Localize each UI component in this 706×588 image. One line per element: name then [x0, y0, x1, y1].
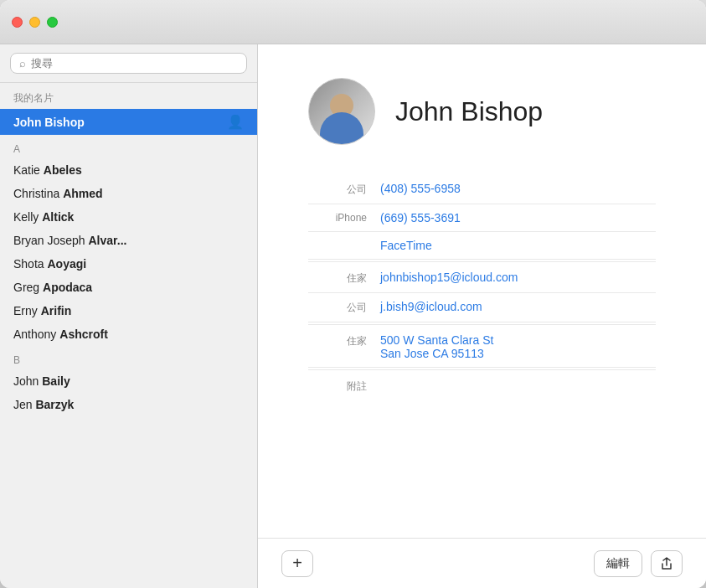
search-input-wrap[interactable]: ⌕ [10, 53, 247, 74]
field-value-home-email[interactable]: johnbishop15@icloud.com [380, 271, 656, 284]
sidebar: ⌕ 我的名片 John Bishop 👤 A Katie Abele [0, 44, 258, 588]
main-window: ⌕ 我的名片 John Bishop 👤 A Katie Abele [0, 0, 706, 588]
field-label-facetime [308, 239, 367, 240]
list-item[interactable]: Erny Arifin [0, 299, 257, 322]
field-label-notes: 附註 [308, 379, 367, 394]
info-section: 公司 (408) 555-6958 iPhone (669) 555-3691 … [308, 175, 656, 400]
avatar-body [320, 112, 363, 144]
field-value-iphone[interactable]: (669) 555-3691 [380, 211, 656, 224]
list-item[interactable]: Jen Barzyk [0, 393, 257, 416]
list-item[interactable]: Bryan Joseph Alvar... [0, 229, 257, 252]
section-header-a: A [0, 135, 257, 158]
list-item[interactable]: Kelly Altick [0, 205, 257, 229]
list-item[interactable]: Anthony Ashcroft [0, 322, 257, 346]
toolbar-left: + [281, 550, 313, 577]
content-area: ⌕ 我的名片 John Bishop 👤 A Katie Abele [0, 44, 706, 588]
field-label-home-email: 住家 [308, 271, 367, 286]
field-value-facetime[interactable]: FaceTime [380, 239, 656, 252]
toolbar-right: 編輯 [594, 550, 683, 577]
info-row-company-phone: 公司 (408) 555-6958 [308, 175, 656, 204]
list-item[interactable]: Christina Ahmed [0, 182, 257, 205]
info-row-notes: 附註 [308, 372, 656, 400]
my-card-name: John Bishop [13, 116, 220, 129]
search-bar: ⌕ [0, 44, 257, 83]
my-card-section-header: 我的名片 [0, 83, 257, 109]
field-label-company-phone: 公司 [308, 182, 367, 197]
my-card-item[interactable]: John Bishop 👤 [0, 109, 257, 135]
contact-name: John Bishop [395, 96, 543, 127]
detail-content: John Bishop 公司 (408) 555-6958 iPhone (66… [258, 44, 706, 538]
avatar [308, 78, 375, 145]
my-card-name-text: John Bishop [13, 116, 85, 129]
divider-2 [308, 324, 656, 325]
divider-1 [308, 261, 656, 262]
sidebar-list: 我的名片 John Bishop 👤 A Katie Abeles [0, 83, 257, 588]
info-row-home-email: 住家 johnbishop15@icloud.com [308, 264, 656, 293]
detail-toolbar: + 編輯 [258, 538, 706, 588]
field-label-address: 住家 [308, 333, 367, 348]
section-header-b: B [0, 346, 257, 369]
detail-panel: John Bishop 公司 (408) 555-6958 iPhone (66… [258, 44, 706, 588]
maximize-button[interactable] [47, 17, 58, 28]
search-icon: ⌕ [19, 57, 26, 70]
contact-header: John Bishop [308, 78, 656, 145]
field-value-address[interactable]: 500 W Santa Clara StSan Jose CA 95113 [380, 333, 656, 360]
titlebar [0, 0, 706, 44]
info-row-facetime: FaceTime [308, 232, 656, 260]
info-row-work-email: 公司 j.bish9@icloud.com [308, 293, 656, 322]
search-input[interactable] [31, 57, 238, 70]
info-row-address: 住家 500 W Santa Clara StSan Jose CA 95113 [308, 327, 656, 368]
info-row-iphone: iPhone (669) 555-3691 [308, 204, 656, 232]
field-value-work-email[interactable]: j.bish9@icloud.com [380, 300, 656, 313]
add-button[interactable]: + [281, 550, 313, 577]
close-button[interactable] [12, 17, 23, 28]
field-label-iphone: iPhone [308, 211, 367, 224]
minimize-button[interactable] [29, 17, 40, 28]
share-icon [660, 557, 673, 570]
field-label-work-email: 公司 [308, 300, 367, 315]
divider-3 [308, 369, 656, 370]
list-item[interactable]: Shota Aoyagi [0, 252, 257, 276]
my-card-icon: 👤 [227, 114, 244, 130]
share-button[interactable] [651, 550, 683, 577]
list-item[interactable]: Greg Apodaca [0, 276, 257, 299]
traffic-lights [12, 17, 58, 28]
edit-button[interactable]: 編輯 [594, 550, 642, 577]
list-item[interactable]: Katie Abeles [0, 158, 257, 182]
list-item[interactable]: John Baily [0, 369, 257, 393]
field-value-company-phone[interactable]: (408) 555-6958 [380, 182, 656, 195]
